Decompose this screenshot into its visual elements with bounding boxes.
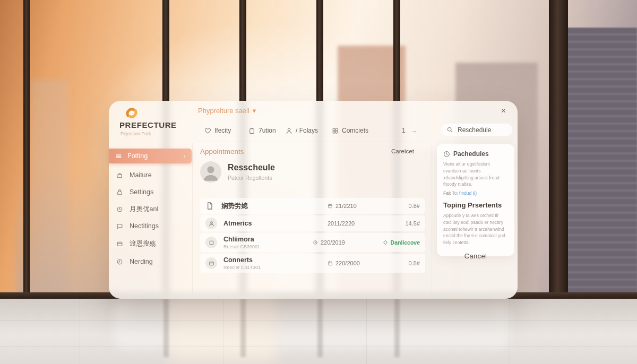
divider: [196, 142, 511, 142]
nav-item-label: / Folays: [296, 127, 318, 134]
table-row[interactable]: Atmerics 2011/2220 14.5#: [200, 215, 425, 231]
sidebar-item-nerding[interactable]: Nerding: [116, 256, 153, 267]
diamond-icon: [383, 240, 388, 245]
row-icon-circle: [205, 237, 217, 248]
sidebar-item-label: Maiture: [130, 171, 152, 179]
sidebar-item-settings[interactable]: Settings: [116, 187, 153, 197]
row-title: 娴势労媳: [221, 202, 328, 211]
status-badge: Danliccove: [374, 239, 420, 246]
calendar-icon: [328, 261, 333, 266]
search-input[interactable]: [457, 126, 507, 134]
side-panel: Pachedules Viens alt ur egstificdent cva…: [437, 144, 514, 256]
panel-section-title: Pachedules: [443, 150, 508, 158]
window-mullion: [549, 0, 568, 340]
profile-subtitle: Patcor Regoltonts: [228, 175, 275, 181]
history-icon: [116, 258, 123, 265]
nav-item-label: 7ution: [259, 127, 276, 134]
sidebar-item-4[interactable]: 月奥优anl: [116, 204, 158, 214]
chat-icon: [116, 223, 123, 230]
row-icon-circle: [205, 257, 217, 269]
row-date: 2011/2220: [328, 220, 355, 227]
nav-item-folays[interactable]: / Folays: [286, 125, 318, 136]
profile-name: Resscheule: [228, 163, 275, 172]
row-value: 0.8#: [389, 203, 420, 209]
sidebar-item-maiture[interactable]: Maiture: [116, 170, 152, 180]
floor-tile-seam: [366, 299, 367, 364]
table-row[interactable]: Chliimora Reeser CB39001 220/2019 Danlic…: [200, 233, 425, 252]
logo-swirl-icon: [124, 105, 140, 120]
row-value: 14.5#: [389, 220, 420, 227]
row-value: 0.5#: [389, 260, 420, 266]
divider: [432, 143, 432, 292]
sidebar-item-label: Fotting: [127, 152, 148, 160]
table-row[interactable]: 娴势労媳 21/2210 0.8#: [200, 198, 425, 214]
nav-item-comciets[interactable]: Comciets: [332, 125, 368, 136]
panel-body-text: Viens alt ur egstificdent cvantscrnac lo…: [443, 161, 508, 188]
cards-icon: [116, 240, 123, 247]
calendar-icon: [328, 203, 333, 209]
row-date: 220/2000: [335, 260, 360, 266]
clipboard-icon: [248, 127, 255, 134]
floor-reflection: [317, 299, 323, 357]
nav-item-7ution[interactable]: 7ution: [248, 125, 276, 136]
person-icon: [209, 221, 214, 227]
row-subtitle: Reeser CB39001: [223, 244, 313, 249]
close-button[interactable]: ×: [498, 105, 509, 117]
grid-icon: [332, 127, 339, 134]
panel-section-title-text: Pachedules: [453, 150, 489, 158]
careicet-button[interactable]: Careicet: [391, 148, 414, 154]
person-icon: [286, 127, 292, 134]
menu-icon: [115, 153, 122, 160]
app-window: PREFECTURE Pejection Fork Phypreiture sa…: [109, 101, 518, 299]
sidebar-item-nectitings[interactable]: Nectitings: [116, 221, 159, 231]
row-icon-circle: [205, 218, 217, 229]
clock-icon: [116, 206, 123, 213]
cancel-button[interactable]: Cancel: [443, 252, 508, 260]
search-box[interactable]: [441, 123, 513, 136]
brand-subtitle: Pejection Fork: [120, 131, 177, 136]
box-icon: [209, 240, 214, 246]
avatar: [200, 161, 221, 183]
nav-item-ifecity[interactable]: Ifecity: [204, 125, 231, 136]
panel-section-title: Toping Prsertents: [443, 201, 508, 209]
floor-reflection: [163, 299, 169, 357]
sidebar-item-6[interactable]: 渡恩搜殇: [116, 238, 156, 249]
screenshot-stage: PREFECTURE Pejection Fork Phypreiture sa…: [0, 0, 637, 364]
window-mullion: [23, 0, 30, 297]
floor-reflection: [394, 299, 400, 357]
profile-header: Resscheule Patcor Regoltonts: [200, 161, 275, 183]
sidebar-item-label: Nerding: [130, 258, 153, 265]
floor-tile-seam: [0, 346, 637, 346]
sidebar-item-label: Nectitings: [130, 222, 159, 230]
floor-tile-seam: [80, 299, 80, 364]
table-row[interactable]: Connerts Rescler Co1T301 220/2000 0.5#: [200, 254, 425, 273]
workspace-dropdown[interactable]: Phypreiture saeli ▾: [198, 107, 256, 115]
panel-body-text: Appoutle y ta wes orcheti tir cteciiaty …: [443, 212, 508, 246]
floor-reflection: [240, 299, 246, 357]
brand-name: PREFECTURE: [119, 120, 177, 129]
search-icon: [446, 126, 453, 133]
panel-link[interactable]: Fait To: findud 6): [443, 190, 508, 196]
row-date: 220/2019: [321, 239, 345, 246]
workspace-dropdown-label: Phypreiture saeli: [198, 107, 249, 115]
document-icon: [205, 202, 214, 210]
row-title: Atmerics: [223, 220, 328, 227]
nav-item-label: Ifecity: [214, 127, 231, 134]
row-subtitle: Rescler Co1T301: [223, 265, 328, 270]
page-number: 1: [402, 127, 406, 134]
arrow-right-icon: →: [411, 127, 417, 134]
row-date: 21/2210: [335, 203, 357, 209]
brand-block: PREFECTURE Pejection Fork: [119, 105, 177, 136]
floor-tile-seam: [223, 299, 223, 364]
sidebar-item-label: 月奥优anl: [130, 205, 158, 214]
sidebar-item-label: Settings: [130, 188, 153, 196]
chevron-right-icon: ›: [184, 153, 185, 159]
lock-icon: [116, 189, 123, 196]
panel-link-text: To: findud 6): [452, 190, 477, 196]
row-title: Connerts: [223, 256, 328, 264]
pagination[interactable]: 1 →: [402, 125, 417, 136]
chevron-down-icon: ▾: [253, 107, 256, 115]
row-title: Chliimora: [223, 236, 313, 243]
sidebar-item-fotting[interactable]: Fotting ›: [109, 149, 192, 163]
sidebar-item-label: 渡恩搜殇: [130, 239, 156, 248]
